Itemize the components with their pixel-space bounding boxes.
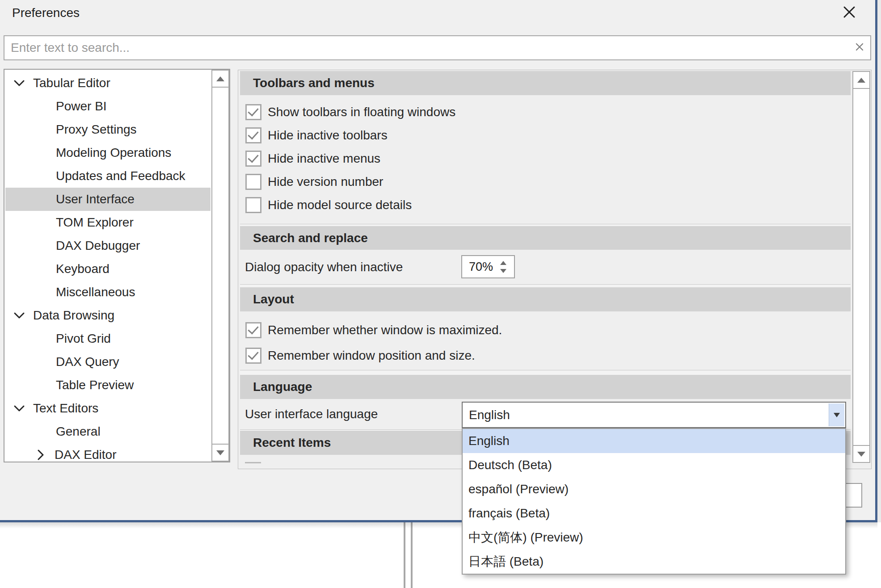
ui-language-combobox[interactable]: English [462, 402, 846, 428]
dialog-opacity-label: Dialog opacity when inactive [245, 260, 403, 274]
tree-item-label: Keyboard [56, 262, 110, 276]
settings-tree: Tabular EditorPower BIProxy SettingsMode… [5, 71, 211, 462]
layout-section-body: Remember whether window is maximized.Rem… [240, 311, 851, 370]
arrow-up-icon [857, 78, 865, 83]
checkbox-row: Hide inactive menus [240, 147, 851, 170]
tree-item[interactable]: DAX Debugger [5, 234, 211, 257]
tree-item-label: Miscellaneous [56, 285, 135, 299]
tree-item-label: Proxy Settings [56, 122, 137, 137]
toolbars-section-body: Show toolbars in floating windowsHide in… [240, 95, 851, 224]
section-title: Search and replace [253, 231, 368, 245]
tree-item-label: User Interface [56, 192, 135, 206]
tree-item-label: DAX Query [56, 355, 119, 369]
tree-item[interactable]: Modeling Operations [5, 141, 211, 164]
tree-scrollbar[interactable] [211, 70, 229, 462]
chevron-down-icon [834, 413, 840, 417]
chevron-down-icon[interactable] [13, 80, 26, 87]
clipped-control-fragment [245, 462, 261, 463]
tree-item-label: DAX Debugger [56, 239, 140, 253]
background-window-edge-right [411, 522, 413, 588]
tree-item[interactable]: Table Preview [5, 374, 211, 397]
scrollbar-track[interactable] [852, 89, 870, 445]
tree-item[interactable]: Proxy Settings [5, 118, 211, 141]
arrow-down-icon [857, 452, 865, 457]
background-window-edge-left [404, 522, 405, 588]
dialog-title: Preferences [12, 6, 80, 20]
ui-language-row: User interface language English [240, 399, 851, 429]
tree-item[interactable]: TOM Explorer [5, 211, 211, 234]
scroll-up-button[interactable] [211, 70, 229, 88]
checkbox-checked[interactable] [245, 127, 261, 143]
chevron-right-icon[interactable] [34, 449, 47, 461]
checkbox-unchecked[interactable] [245, 197, 261, 213]
tree-item-label: Power BI [56, 99, 107, 113]
section-divider [240, 370, 851, 375]
scrollbar-track[interactable] [211, 88, 229, 444]
tree-item[interactable]: DAX Query [5, 350, 211, 374]
section-title: Language [253, 380, 312, 394]
tree-item[interactable]: Miscellaneous [5, 281, 211, 304]
tree-item-label: Data Browsing [33, 308, 114, 323]
scroll-down-button[interactable] [852, 445, 870, 463]
tree-item[interactable]: Pivot Grid [5, 327, 211, 350]
dropdown-option[interactable]: 中文(简体) (Preview) [463, 525, 845, 550]
options-panel-content: Toolbars and menus Show toolbars in floa… [240, 71, 851, 468]
dropdown-option[interactable]: español (Preview) [463, 477, 845, 501]
tree-item-label: Tabular Editor [33, 76, 110, 90]
checkbox-label: Hide inactive toolbars [268, 128, 388, 143]
checkbox-checked[interactable] [245, 151, 261, 167]
section-divider [240, 284, 851, 287]
checkbox-checked[interactable] [245, 322, 261, 338]
search-input[interactable] [4, 36, 849, 59]
tree-item-label: Text Editors [33, 401, 98, 416]
tree-item-label: DAX Editor [55, 448, 117, 462]
chevron-down-icon[interactable] [13, 405, 26, 412]
options-scrollbar[interactable] [852, 71, 870, 463]
tree-item[interactable]: User Interface [5, 188, 211, 211]
tree-item-label: TOM Explorer [56, 215, 134, 230]
dropdown-option[interactable]: English [463, 429, 845, 453]
checkbox-label: Remember whether window is maximized. [268, 323, 502, 337]
opacity-spinner-input[interactable] [462, 260, 499, 274]
arrow-up-icon [216, 76, 224, 81]
tree-item[interactable]: General [5, 420, 211, 443]
tree-item[interactable]: Keyboard [5, 257, 211, 281]
search-clear-button[interactable] [849, 36, 870, 59]
checkbox-label: Hide model source details [268, 198, 412, 212]
tree-item[interactable]: DAX Editor [5, 443, 211, 462]
checkbox-checked[interactable] [245, 348, 261, 364]
checkbox-row: Hide model source details [240, 193, 851, 217]
checkbox-row: Hide version number [240, 170, 851, 193]
spinner-up-button[interactable] [500, 261, 506, 265]
checkbox-row: Show toolbars in floating windows [240, 101, 851, 124]
clear-icon [855, 42, 864, 53]
combobox-dropdown-button[interactable] [829, 403, 844, 426]
section-header-language: Language [240, 375, 851, 399]
close-button[interactable] [841, 5, 857, 21]
dropdown-option[interactable]: 日本語 (Beta) [463, 550, 845, 574]
opacity-spinner [461, 255, 515, 278]
checkbox-label: Hide inactive menus [268, 151, 380, 166]
section-header-search-and-replace: Search and replace [240, 226, 851, 250]
checkbox-label: Hide version number [268, 175, 383, 189]
checkbox-row: Remember window position and size. [240, 344, 851, 367]
tree-item[interactable]: Power BI [5, 95, 211, 118]
tree-item[interactable]: Text Editors [5, 397, 211, 420]
scroll-down-button[interactable] [211, 444, 229, 462]
dropdown-option[interactable]: Deutsch (Beta) [463, 453, 845, 477]
dropdown-option[interactable]: français (Beta) [463, 501, 845, 525]
tree-item[interactable]: Tabular Editor [5, 71, 211, 95]
checkbox-unchecked[interactable] [245, 174, 261, 190]
checkbox-label: Show toolbars in floating windows [268, 105, 455, 119]
ui-language-dropdown-list: EnglishDeutsch (Beta)español (Preview)fr… [462, 428, 846, 575]
scroll-up-button[interactable] [852, 71, 870, 89]
tree-item[interactable]: Updates and Feedback [5, 164, 211, 188]
chevron-down-icon[interactable] [13, 312, 26, 319]
section-title: Toolbars and menus [253, 76, 375, 90]
ui-language-label: User interface language [245, 407, 378, 421]
spinner-down-button[interactable] [500, 269, 506, 273]
settings-tree-panel: Tabular EditorPower BIProxy SettingsMode… [4, 69, 230, 462]
checkbox-label: Remember window position and size. [268, 349, 475, 363]
checkbox-checked[interactable] [245, 104, 261, 120]
tree-item[interactable]: Data Browsing [5, 304, 211, 327]
